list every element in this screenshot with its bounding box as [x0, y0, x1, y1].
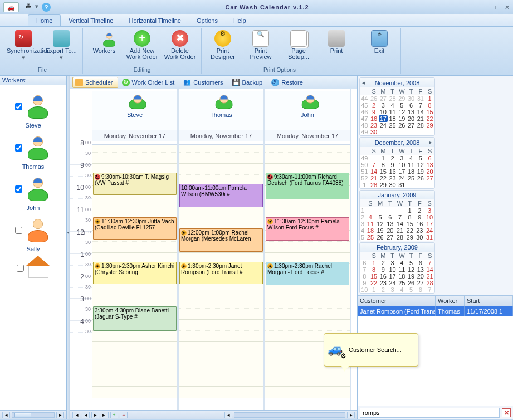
appointment[interactable]: ☀12:00pm-1:00pm Rachel Morgan (Mersedes …: [179, 228, 263, 252]
mini-calendar[interactable]: January, 2009SMTWTFS11232456789103111213…: [359, 190, 435, 241]
col-start[interactable]: Start: [465, 296, 513, 306]
subtab-customers[interactable]: 👥Customers: [180, 77, 228, 88]
exit-button[interactable]: ⎆Exit: [361, 29, 397, 73]
schedule-grid[interactable]: 800309003010003011003012pm30100302003030…: [70, 89, 357, 410]
tab-home[interactable]: Home: [28, 14, 61, 26]
qat-help-icon[interactable]: ?: [42, 3, 51, 12]
title-bar: 🚗 🖶 ▾ ? Car Wash Calendar v.1.2 — □ ✕: [0, 0, 513, 14]
clear-search-icon[interactable]: ✕: [502, 408, 511, 417]
column-date: Monday, November 17: [92, 130, 177, 141]
worker-checkbox[interactable]: [15, 185, 22, 193]
nav-last[interactable]: ▸|: [101, 412, 109, 418]
cal-prev[interactable]: ◂: [361, 79, 367, 86]
time-scale: 800309003010003011003012pm30100302003030…: [70, 89, 92, 410]
workers-list: SteveThomasJohnSally: [0, 85, 66, 410]
qat-dropdown-icon[interactable]: ▾: [35, 3, 38, 12]
tab-vertical-timeline[interactable]: Vertical Timeline: [61, 15, 121, 26]
restore-icon: ↺: [271, 79, 279, 86]
workers-panel-title: Workers:: [0, 76, 66, 85]
app-icon[interactable]: 🚗: [3, 2, 19, 12]
tab-help[interactable]: Help: [226, 15, 254, 26]
add-work-order-button[interactable]: +Add New Work Order: [124, 29, 160, 67]
appointment[interactable]: ↻9:30am-11:00am Richard Deutsch (Ford Ta…: [266, 173, 349, 199]
worker-checkbox[interactable]: [15, 227, 22, 234]
tab-horizontal-timeline[interactable]: Horizontal Timeline: [121, 15, 189, 26]
column-header[interactable]: Thomas: [179, 91, 263, 130]
workers-button[interactable]: Workers: [86, 29, 122, 67]
scroll-left[interactable]: ◂: [224, 412, 232, 418]
worker-avatar[interactable]: [25, 134, 51, 161]
results-header: Customer Worker Start: [358, 296, 513, 306]
column-header[interactable]: John: [265, 91, 350, 130]
worker-name: Sally: [27, 246, 40, 252]
delete-work-order-button[interactable]: ✖Delete Work Order: [162, 29, 198, 67]
worker-avatar[interactable]: [26, 258, 50, 278]
nav-next[interactable]: ▸: [91, 412, 99, 418]
worker-checkbox[interactable]: [15, 144, 22, 152]
appointment[interactable]: ☀1:30pm-2:30pm Janet Rompson (Ford Trans…: [179, 262, 263, 284]
schedule-nav-bar: |◂ ◂ ▸ ▸| + − ◂ ▸: [70, 410, 357, 419]
sub-tabs: Scheduler ↻Work Order List 👥Customers 💾B…: [70, 76, 357, 89]
close-button[interactable]: ✕: [505, 4, 510, 11]
print-button[interactable]: Print: [319, 29, 354, 67]
scroll-right[interactable]: ▸: [347, 412, 355, 418]
result-row[interactable]: Janet Rompson (Ford Transit Thomas 11/17…: [358, 306, 513, 316]
app-title: Car Wash Calendar v.1.2: [51, 4, 483, 11]
subtab-restore[interactable]: ↺Restore: [268, 77, 308, 88]
mini-calendar[interactable]: February, 2009SMTWTFS6123456778910111213…: [359, 242, 435, 294]
ribbon-group-editing: Workers +Add New Work Order ✖Delete Work…: [83, 28, 202, 74]
cal-next[interactable]: ▸: [428, 139, 433, 146]
appointment[interactable]: ☀1:30pm-2:30pm Rachel Morgan - Ford Focu…: [266, 262, 349, 285]
ribbon-group-exit: ⎆Exit: [358, 28, 401, 74]
schedule-area: Scheduler ↻Work Order List 👥Customers 💾B…: [70, 76, 357, 419]
subtab-work-order-list[interactable]: ↻Work Order List: [119, 77, 180, 88]
ribbon-tabs: Home Vertical Timeline Horizontal Timeli…: [0, 14, 513, 27]
worker-avatar[interactable]: [25, 175, 51, 202]
column-header[interactable]: Steve: [92, 91, 177, 130]
appointment[interactable]: ↻9:30am-10:30am T. Magsig (VW Passat #: [93, 173, 177, 195]
col-customer[interactable]: Customer: [358, 296, 436, 306]
nav-add[interactable]: +: [110, 412, 118, 418]
worker-checkbox[interactable]: [17, 265, 24, 272]
appointment[interactable]: 10:00am-11:00am Pamela Wilson (BMW530i #: [179, 184, 263, 207]
ribbon-group-print: ⚙Print Designer 🔍Print Preview Page Setu…: [202, 28, 358, 74]
nav-remove[interactable]: −: [120, 412, 128, 418]
day-columns: SteveMonday, November 17↻9:30am-10:30am …: [92, 89, 351, 410]
column-date: Monday, November 17: [179, 130, 263, 141]
gear-icon: ⚙: [340, 352, 346, 360]
workers-panel: Workers: SteveThomasJohnSally ◂▸: [0, 76, 67, 419]
subtab-scheduler[interactable]: Scheduler: [72, 77, 118, 88]
nav-prev[interactable]: ◂: [82, 412, 90, 418]
workers-scrollbar[interactable]: ◂▸: [0, 410, 66, 419]
mini-calendar[interactable]: December, 2008▸SMTWTFS491234565078910111…: [359, 137, 435, 189]
mini-calendar[interactable]: ◂November, 2008SMTWTFS442627282930311452…: [359, 77, 435, 136]
subtab-backup[interactable]: 💾Backup: [229, 77, 268, 88]
export-button[interactable]: Export To...▾: [43, 29, 79, 67]
ribbon-group-file: ↻Synchronization▾ Export To...▾ File: [2, 28, 83, 74]
page-setup-button[interactable]: Page Setup...: [281, 29, 316, 67]
refresh-icon: ↻: [122, 79, 130, 86]
nav-first[interactable]: |◂: [72, 412, 80, 418]
print-designer-button[interactable]: ⚙Print Designer: [205, 29, 241, 67]
col-worker[interactable]: Worker: [436, 296, 465, 306]
column-date: Monday, November 17: [265, 130, 350, 141]
qat-print-icon[interactable]: 🖶: [26, 3, 32, 12]
appointment[interactable]: ☀11:30am-12:30pm Jutta Vach (Cadillac De…: [93, 217, 177, 240]
worker-avatar[interactable]: [25, 217, 51, 243]
appointment[interactable]: 3:30pm-4:30pm Diane Banetti (Jaguar S-Ty…: [93, 306, 177, 331]
appointment[interactable]: ☀1:30pm-2:30pm Asher Kimchi (Chrysler Se…: [93, 262, 177, 284]
worker-avatar[interactable]: [25, 93, 51, 120]
search-tooltip-text: Customer Search...: [349, 346, 402, 353]
worker-name: Thomas: [22, 163, 45, 170]
sync-button[interactable]: ↻Synchronization▾: [6, 29, 41, 67]
worker-name: John: [27, 204, 40, 211]
right-panel: ◂November, 2008SMTWTFS442627282930311452…: [357, 76, 513, 419]
maximize-button[interactable]: □: [495, 4, 499, 11]
worker-checkbox[interactable]: [15, 103, 22, 110]
minimize-button[interactable]: —: [483, 4, 490, 11]
appointment[interactable]: ☀11:30am-12:30pm Pamela Wilson Ford Focu…: [266, 217, 349, 241]
grid-icon: [75, 79, 83, 86]
print-preview-button[interactable]: 🔍Print Preview: [243, 29, 279, 67]
tab-options[interactable]: Options: [189, 15, 226, 26]
search-input[interactable]: [360, 408, 500, 418]
